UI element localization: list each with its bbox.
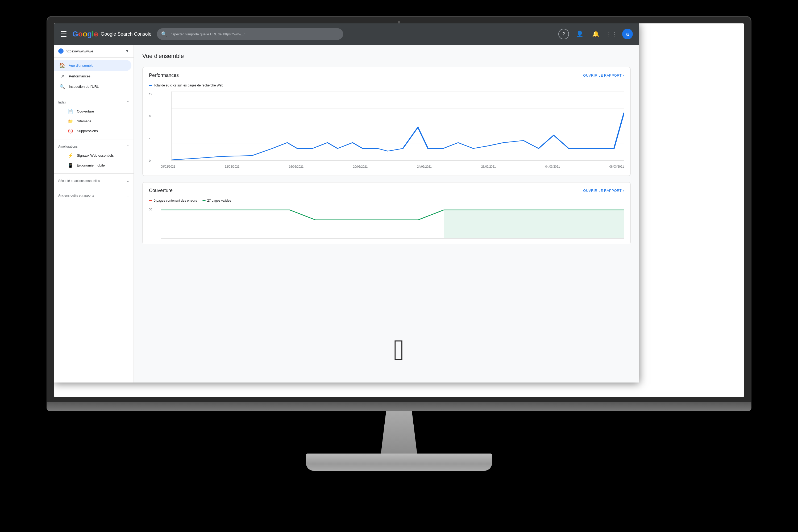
y-label-12: 12	[149, 93, 161, 96]
x-label-2: 16/02/2021	[289, 165, 304, 168]
sidebar-item-vue-densemble[interactable]: 🏠 Vue d'ensemble	[54, 60, 131, 71]
error-legend: 0 pages contenant des erreurs	[149, 199, 197, 203]
old-tools-section: Anciens outils et rapports ⌄	[54, 189, 134, 202]
suppressions-label: Suppressions	[77, 129, 98, 133]
page-title: Vue d'ensemble	[142, 53, 631, 60]
app-logo: Google Google Search Console	[72, 30, 152, 38]
old-tools-header[interactable]: Anciens outils et rapports ⌄	[54, 191, 134, 200]
sitemaps-label: Sitemaps	[77, 119, 91, 123]
search-nav-icon: 🔍	[59, 84, 65, 89]
trending-icon: ↗	[59, 74, 65, 79]
sidebar-item-url-inspection[interactable]: 🔍 Inspection de l'URL	[54, 81, 131, 92]
sidebar-item-suppressions[interactable]: 🚫 Suppressions	[54, 126, 131, 136]
grid-icon[interactable]: ⋮⋮	[606, 29, 617, 39]
page-content: Vue d'ensemble Performances OUVRIR LE RA…	[134, 45, 639, 382]
apple-logo-icon: 	[394, 335, 404, 364]
topbar-icons: ? 👤 🔔 ⋮⋮ a	[558, 29, 633, 39]
couverture-card: Couverture OUVRIR LE RAPPORT ›	[142, 182, 631, 244]
help-icon[interactable]: ?	[558, 29, 569, 39]
couverture-open-report[interactable]: OUVRIR LE RAPPORT ›	[583, 189, 624, 193]
x-label-6: 04/03/2021	[545, 165, 560, 168]
couverture-title: Couverture	[149, 188, 173, 193]
search-bar[interactable]: 🔍 Inspecter n'importe quelle URL de 'htt…	[157, 28, 343, 40]
performances-card: Performances OUVRIR LE RAPPORT ›	[142, 67, 631, 176]
svg-marker-5	[444, 210, 624, 238]
error-legend-text: 0 pages contenant des erreurs	[154, 199, 197, 203]
security-expand-icon: ⌄	[127, 179, 129, 183]
vitals-label: Signaux Web essentiels	[77, 153, 114, 157]
ameliorations-section: Améliorations ⌃ ⚡ Signaux Web essentiels…	[54, 140, 134, 172]
document-icon: 📄	[68, 109, 73, 114]
sitemaps-icon: 📁	[68, 119, 73, 124]
old-tools-label: Anciens outils et rapports	[58, 194, 94, 197]
red-legend-dot	[149, 200, 152, 201]
x-label-5: 28/02/2021	[481, 165, 496, 168]
performance-chart	[171, 92, 624, 161]
sidebar: https://www.//wwe ▼ 🏠 Vue d'ensemble ↗	[54, 45, 134, 382]
index-section: Index ⌃ 📄 Couverture 📁 Sitemaps	[54, 96, 134, 138]
sidebar-item-core-web-vitals[interactable]: ⚡ Signaux Web essentiels	[54, 151, 131, 160]
monitor-bottom-bar	[46, 402, 752, 411]
url-selector[interactable]: https://www.//wwe ▼	[54, 45, 134, 58]
x-label-0: 08/02/2021	[161, 165, 175, 168]
user-avatar[interactable]: a	[622, 29, 633, 39]
security-section: Sécurité et actions manuelles ⌄	[54, 175, 134, 187]
home-icon: 🏠	[59, 62, 65, 68]
vitals-icon: ⚡	[68, 153, 73, 158]
x-label-1: 12/02/2021	[225, 165, 240, 168]
sidebar-item-mobile[interactable]: 📱 Ergonomie mobile	[54, 160, 131, 170]
menu-icon[interactable]: ☰	[60, 30, 67, 39]
y-label-8: 8	[149, 115, 161, 118]
couverture-chevron-icon: ›	[623, 189, 624, 193]
monitor-stand-neck	[370, 411, 428, 459]
index-section-header[interactable]: Index ⌃	[54, 98, 134, 107]
x-label-4: 24/02/2021	[417, 165, 432, 168]
blue-legend-dot	[149, 85, 152, 86]
sidebar-item-performances[interactable]: ↗ Performances	[54, 71, 131, 81]
index-label: Index	[58, 100, 66, 104]
old-tools-expand-icon: ⌄	[127, 194, 129, 197]
chevron-right-icon: ›	[623, 73, 624, 77]
performances-title: Performances	[149, 73, 179, 78]
ameliorations-label: Améliorations	[58, 145, 78, 148]
security-header[interactable]: Sécurité et actions manuelles ⌄	[54, 177, 134, 185]
url-search-input[interactable]: Inspecter n'importe quelle URL de 'https…	[170, 32, 245, 36]
bell-icon[interactable]: 🔔	[590, 29, 601, 39]
app-title: Google Search Console	[100, 32, 151, 37]
sidebar-label-url: Inspection de l'URL	[69, 84, 99, 89]
suppressions-icon: 🚫	[68, 129, 73, 134]
valid-legend-text: 27 pages valides	[207, 199, 231, 203]
performances-legend: Total de 96 clics sur les pages de reche…	[149, 83, 223, 87]
topbar: ☰ Google Google Search Console 🔍 Inspect…	[54, 23, 639, 45]
index-collapse-icon: ⌃	[127, 100, 129, 104]
ameliorations-collapse-icon: ⌃	[127, 145, 129, 148]
couverture-label: Couverture	[77, 109, 94, 113]
coverage-y-label: 30	[149, 207, 161, 239]
security-label: Sécurité et actions manuelles	[58, 179, 100, 183]
x-label-3: 20/02/2021	[353, 165, 367, 168]
mobile-icon: 📱	[68, 163, 73, 168]
performances-open-report[interactable]: OUVRIR LE RAPPORT ›	[583, 73, 624, 77]
account-circle-icon[interactable]: 👤	[574, 29, 585, 39]
valid-legend: 27 pages valides	[203, 199, 231, 203]
search-icon: 🔍	[161, 31, 167, 37]
site-url: https://www.//wwe	[66, 49, 123, 53]
green-legend-dot	[203, 200, 206, 201]
url-chevron-icon: ▼	[125, 49, 129, 54]
sidebar-label-performances: Performances	[69, 74, 91, 78]
y-label-0: 0	[149, 159, 161, 162]
x-label-7: 08/03/2021	[609, 165, 624, 168]
main-nav: 🏠 Vue d'ensemble ↗ Performances 🔍 Inspec…	[54, 58, 134, 94]
site-favicon	[58, 49, 63, 54]
sidebar-label-vue: Vue d'ensemble	[69, 63, 93, 68]
performances-legend-text: Total de 96 clics sur les pages de reche…	[154, 83, 223, 87]
ameliorations-header[interactable]: Améliorations ⌃	[54, 142, 134, 151]
sidebar-item-couverture[interactable]: 📄 Couverture	[54, 107, 131, 116]
x-axis-labels: 08/02/2021 12/02/2021 16/02/2021 20/02/2…	[161, 163, 624, 168]
monitor-stand-base	[306, 454, 492, 471]
mobile-label: Ergonomie mobile	[77, 163, 105, 167]
coverage-chart	[161, 207, 624, 239]
y-label-4: 4	[149, 137, 161, 140]
sidebar-item-sitemaps[interactable]: 📁 Sitemaps	[54, 116, 131, 126]
y-axis-labels: 12 8 4 0	[149, 92, 161, 163]
